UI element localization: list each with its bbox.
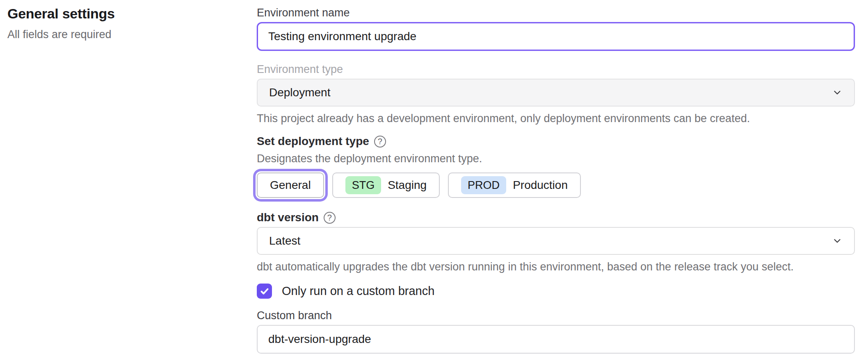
- deployment-type-staging-button[interactable]: STG Staging: [332, 172, 440, 198]
- custom-branch-toggle-row: Only run on a custom branch: [257, 284, 855, 299]
- deployment-type-production-label: Production: [513, 179, 568, 192]
- deployment-type-general-label: General: [270, 179, 311, 192]
- page-title: General settings: [7, 6, 237, 22]
- deployment-type-description: Designates the deployment environment ty…: [257, 152, 855, 166]
- help-icon[interactable]: ?: [324, 212, 336, 224]
- custom-branch-label: Custom branch: [257, 309, 855, 322]
- dbt-version-select[interactable]: Latest: [257, 227, 855, 255]
- staging-badge: STG: [345, 176, 381, 194]
- deployment-type-staging-label: Staging: [388, 179, 427, 192]
- help-icon[interactable]: ?: [374, 136, 386, 148]
- page-subtitle: All fields are required: [7, 28, 237, 41]
- environment-name-input[interactable]: [257, 22, 855, 51]
- environment-type-value: Deployment: [269, 86, 330, 99]
- environment-type-select[interactable]: Deployment: [257, 79, 855, 107]
- custom-branch-input[interactable]: [257, 325, 855, 354]
- settings-form: Environment name Environment type Deploy…: [257, 0, 855, 354]
- environment-type-helper: This project already has a development e…: [257, 111, 855, 125]
- page-heading-block: General settings All fields are required: [7, 6, 237, 41]
- custom-branch-checkbox[interactable]: [257, 284, 272, 299]
- dbt-version-label-row: dbt version ?: [257, 211, 855, 225]
- deployment-type-label: Set deployment type: [257, 134, 369, 148]
- chevron-down-icon: [832, 87, 843, 98]
- custom-branch-toggle-label[interactable]: Only run on a custom branch: [282, 284, 434, 298]
- production-badge: PROD: [461, 176, 506, 194]
- environment-name-label: Environment name: [257, 6, 855, 20]
- chevron-down-icon: [832, 236, 843, 246]
- environment-type-label: Environment type: [257, 62, 855, 76]
- deployment-type-options: General STG Staging PROD Production: [257, 169, 855, 202]
- deployment-type-general-button[interactable]: General: [257, 172, 324, 198]
- deployment-type-production-button[interactable]: PROD Production: [448, 172, 581, 198]
- deployment-type-label-row: Set deployment type ?: [257, 134, 855, 148]
- checkmark-icon: [260, 286, 270, 296]
- general-settings-page: General settings All fields are required…: [0, 0, 868, 354]
- dbt-version-label: dbt version: [257, 211, 319, 225]
- dbt-version-value: Latest: [269, 234, 300, 247]
- dbt-version-helper: dbt automatically upgrades the dbt versi…: [257, 260, 855, 274]
